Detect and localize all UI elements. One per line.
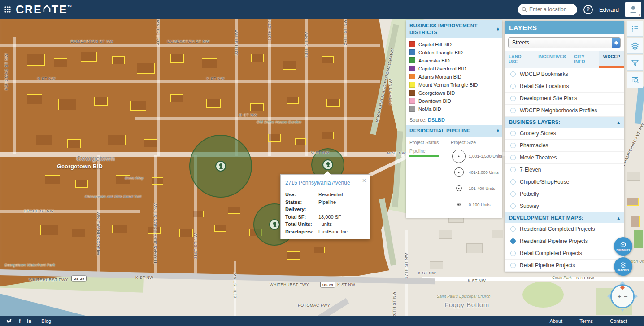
location-search bbox=[518, 4, 577, 15]
heatmap-layer-item[interactable]: Retail Completed Projects bbox=[505, 247, 624, 260]
identify-tool-button[interactable] bbox=[627, 72, 643, 88]
pan-south-arrow[interactable] bbox=[620, 309, 625, 312]
heatmap-layer-item[interactable]: Residential Completed Projects bbox=[505, 223, 624, 235]
layer-radio[interactable] bbox=[510, 251, 516, 256]
footer-blog-link[interactable]: Blog bbox=[41, 318, 51, 324]
project-marker-icon[interactable] bbox=[215, 161, 226, 172]
layer-radio[interactable] bbox=[510, 191, 516, 197]
bid-building bbox=[170, 94, 183, 102]
legend-item-label: Georgetown BID bbox=[418, 90, 455, 96]
tab-city-info[interactable]: CITY INFO bbox=[570, 51, 599, 68]
heatmaps-header[interactable]: DEVELOPMENT HEAT MAPS: ▴ bbox=[505, 212, 624, 223]
user-avatar[interactable]: ▾ bbox=[625, 2, 641, 17]
footer-links: AboutTermsContact bbox=[549, 318, 644, 324]
business-layers-title: BUSINESS LAYERS: bbox=[509, 119, 561, 125]
source-link[interactable]: DSLBD bbox=[428, 117, 445, 123]
pipeline-legend-header[interactable]: RESIDENTIAL PIPELINE ▲▼ bbox=[406, 125, 502, 137]
collapse-arrows-icon[interactable]: ▲▼ bbox=[496, 27, 500, 31]
layer-radio[interactable] bbox=[510, 108, 516, 113]
twitter-icon[interactable] bbox=[6, 318, 13, 324]
size-label: 401-1,000 Units bbox=[469, 170, 499, 175]
business-layer-item[interactable]: Pharmacies bbox=[505, 140, 624, 152]
business-layer-item[interactable]: 7-Eleven bbox=[505, 164, 624, 176]
size-label: 101-400 Units bbox=[469, 186, 495, 191]
heatmap-layer-item[interactable]: Residential Pipeline Projects bbox=[505, 235, 624, 247]
layer-radio[interactable] bbox=[510, 238, 516, 244]
layer-radio[interactable] bbox=[510, 167, 516, 172]
linkedin-icon[interactable]: in bbox=[27, 318, 31, 324]
layers-tabs: LAND USEINCENTIVESCITY INFOWDCEP bbox=[505, 51, 624, 68]
pipeline-legend-title: RESIDENTIAL PIPELINE bbox=[409, 128, 470, 133]
business-layer-item[interactable]: Potbelly bbox=[505, 188, 624, 200]
business-layer-item[interactable]: Movie Theatres bbox=[505, 152, 624, 164]
tab-wdcep[interactable]: WDCEP bbox=[599, 51, 624, 68]
tab-incentives[interactable]: INCENTIVES bbox=[534, 51, 570, 68]
collapse-caret-icon[interactable]: ▴ bbox=[618, 120, 620, 125]
zoom-in-button[interactable]: + bbox=[618, 293, 621, 300]
heatmaps-title: DEVELOPMENT HEAT MAPS: bbox=[509, 215, 583, 220]
business-layers-header[interactable]: BUSINESS LAYERS: ▴ bbox=[505, 117, 624, 128]
footer-link-terms[interactable]: Terms bbox=[579, 318, 593, 324]
layer-radio[interactable] bbox=[510, 96, 516, 101]
footer-link-contact[interactable]: Contact bbox=[610, 318, 627, 324]
legend-swatch bbox=[409, 90, 415, 96]
wdcep-item[interactable]: Development Site Plans bbox=[505, 93, 624, 105]
layer-radio[interactable] bbox=[510, 179, 516, 185]
bid-building bbox=[72, 229, 85, 237]
wdcep-item[interactable]: WDCEP Bookmarks bbox=[505, 68, 624, 80]
collapse-arrows-icon[interactable]: ▲▼ bbox=[496, 129, 500, 133]
legend-item: Mount Vernon Triangle BID bbox=[406, 81, 502, 89]
pan-north-arrow[interactable] bbox=[620, 281, 625, 284]
bid-building bbox=[148, 227, 161, 234]
layers-tool-button[interactable] bbox=[627, 38, 643, 54]
layer-label: Retail Completed Projects bbox=[520, 250, 582, 256]
bid-building bbox=[228, 207, 240, 214]
layer-radio[interactable] bbox=[510, 226, 516, 232]
parcels-toggle-button[interactable]: PARCELS bbox=[614, 257, 632, 276]
collapse-caret-icon[interactable]: ▴ bbox=[618, 216, 620, 220]
legend-item-label: Golden Triangle BID bbox=[418, 50, 463, 55]
layer-radio[interactable] bbox=[510, 143, 516, 148]
footer-link-about[interactable]: About bbox=[549, 318, 562, 324]
facebook-icon[interactable]: f bbox=[19, 317, 21, 324]
project-marker-icon[interactable] bbox=[322, 159, 333, 170]
layer-radio[interactable] bbox=[510, 131, 516, 136]
legend-item-label: Anacostia BID bbox=[418, 58, 450, 63]
basemap-select-row: Streets bbox=[505, 34, 624, 51]
apps-grid-icon[interactable] bbox=[4, 6, 11, 13]
wdcep-item[interactable]: WDCEP Neighborhoods Profiles bbox=[505, 105, 624, 117]
popup-close-button[interactable]: × bbox=[362, 177, 366, 184]
layer-radio[interactable] bbox=[510, 84, 516, 89]
heatmap-layer-item[interactable]: Retail Pipeline Projects bbox=[505, 260, 624, 272]
legend-tool-button[interactable] bbox=[627, 21, 643, 37]
business-layer-item[interactable]: Chipotle/ShopHouse bbox=[505, 176, 624, 188]
layer-radio[interactable] bbox=[510, 71, 516, 77]
business-layer-item[interactable]: Subway bbox=[505, 200, 624, 212]
tab-land-use[interactable]: LAND USE bbox=[505, 51, 534, 68]
buildings-toggle-button[interactable]: BUILDINGS bbox=[614, 237, 632, 256]
filter-tool-button[interactable] bbox=[627, 55, 643, 71]
layer-radio[interactable] bbox=[510, 155, 516, 160]
popup-title-link[interactable]: 2715 Pennsylvania Avenue bbox=[285, 180, 350, 186]
basemap-select[interactable]: Streets bbox=[508, 37, 621, 48]
bid-building bbox=[58, 99, 76, 110]
project-marker-icon[interactable] bbox=[269, 219, 280, 230]
size-circle bbox=[451, 149, 467, 164]
bid-legend-header[interactable]: BUSINESS IMPROVEMENT DISTRICTS ▲▼ bbox=[406, 20, 502, 38]
layer-radio[interactable] bbox=[510, 203, 516, 209]
wdcep-item[interactable]: Retail Site Locations bbox=[505, 80, 624, 93]
project-status-column: Project Status Pipeline bbox=[409, 140, 451, 213]
pipeline-status-label: Pipeline bbox=[409, 149, 451, 154]
business-layer-item[interactable]: Grocery Stores bbox=[505, 128, 624, 140]
bid-building bbox=[75, 180, 88, 188]
help-button[interactable]: ? bbox=[583, 5, 593, 14]
layer-radio[interactable] bbox=[510, 263, 516, 268]
road bbox=[0, 44, 380, 47]
zoom-out-button[interactable]: − bbox=[624, 293, 627, 300]
bid-building bbox=[322, 132, 334, 139]
popup-field-value: EastBanc Inc bbox=[318, 229, 365, 234]
pan-west-arrow[interactable] bbox=[607, 294, 610, 299]
pan-east-arrow[interactable] bbox=[635, 294, 638, 299]
keyhole-wedge bbox=[219, 166, 223, 169]
bid-legend-title: BUSINESS IMPROVEMENT DISTRICTS bbox=[409, 23, 478, 35]
